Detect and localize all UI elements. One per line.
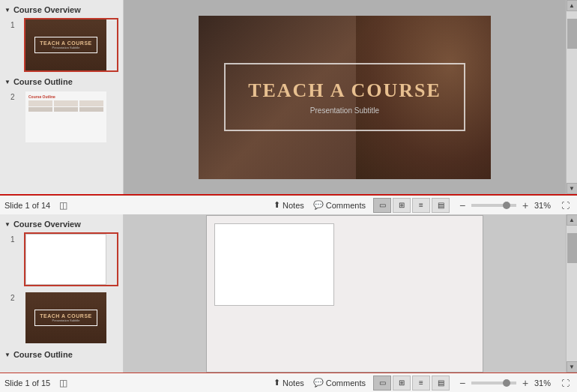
bottom-status-bar: Slide 1 of 15 ◫ ⬆ Notes 💬 Comments ▭ ⊞ ≡… [0, 373, 577, 392]
bottom-view-buttons: ▭ ⊞ ≡ ▤ [373, 376, 450, 391]
bottom-view-grid-btn[interactable]: ⊞ [393, 376, 411, 391]
top-zoom-controls: − + 31% ⛶ [456, 198, 573, 213]
top-view-normal-btn[interactable]: ▭ [373, 198, 391, 213]
bottom-slide-1-thumb [25, 234, 106, 285]
top-slide-border: TEACH A COURSE Presentation Subtitle [224, 63, 465, 131]
top-section-course-overview[interactable]: ▼ Course Overview [0, 3, 123, 16]
bottom-scroll-thumb[interactable] [567, 233, 577, 263]
bottom-section-course-outline[interactable]: ▼ Course Outline [0, 348, 123, 361]
bottom-zoom-pct: 31% [534, 379, 555, 388]
bottom-main-area: Subtitle Text, To insert, control alt G … [124, 214, 566, 373]
top-thumb-outline-row1 [28, 100, 103, 106]
bottom-section-outline-label: Course Outline [13, 350, 73, 359]
top-slide-1-number: 1 [10, 21, 21, 29]
bottom-zoom-plus-btn[interactable]: + [519, 377, 532, 389]
top-thumb-box6 [79, 107, 103, 112]
top-comments-icon: 💬 [313, 200, 324, 210]
top-view-reading-btn[interactable]: ▤ [432, 198, 450, 213]
bottom-thumb-teach-sub: Presentation Subtitle [40, 319, 91, 322]
bottom-slide-2-thumb: TEACH A COURSE Presentation Subtitle [25, 292, 106, 343]
bottom-notes-button[interactable]: ⬆ Notes [269, 376, 309, 389]
bottom-triangle-icon: ▼ [4, 221, 10, 228]
top-thumb-teach-title: TEACH A COURSE [40, 40, 91, 46]
top-view-grid-btn[interactable]: ⊞ [393, 198, 411, 213]
top-slide-subtitle: Presentation Subtitle [248, 106, 441, 115]
bottom-view-outline-btn[interactable]: ≡ [412, 376, 430, 391]
top-thumb-teach-inner: TEACH A COURSE Presentation Subtitle [34, 37, 97, 53]
bottom-slide-2-thumb-wrapper: TEACH A COURSE Presentation Subtitle [24, 291, 118, 345]
bottom-slide-2-number: 2 [10, 294, 21, 302]
top-section-course-outline[interactable]: ▼ Course Outline [0, 75, 123, 88]
top-comments-label: Comments [326, 201, 366, 210]
top-slide-2-number: 2 [10, 93, 21, 101]
top-fit-btn[interactable]: ⛶ [558, 198, 573, 213]
bottom-thumb-teach-inner: TEACH A COURSE Presentation Subtitle [34, 310, 97, 326]
top-thumb-outline-row2 [28, 107, 103, 112]
top-thumb-teach-bg: TEACH A COURSE Presentation Subtitle [25, 19, 106, 70]
top-zoom-minus-btn[interactable]: − [456, 199, 469, 211]
top-thumb-box2 [54, 100, 78, 106]
bottom-right-scrollbar[interactable]: ▲ ▼ [566, 214, 577, 373]
bottom-scroll-up-btn[interactable]: ▲ [567, 214, 578, 226]
top-sidebar-scroll[interactable]: ▼ Course Overview 1 TEACH A COURSE Prese… [0, 0, 123, 194]
triangle-icon: ▼ [4, 7, 10, 13]
bottom-comments-button[interactable]: 💬 Comments [309, 376, 370, 389]
top-zoom-pct: 31% [534, 201, 555, 210]
top-thumb-box3 [79, 100, 103, 106]
top-slide-1-thumb: TEACH A COURSE Presentation Subtitle [25, 19, 106, 70]
bottom-section-course-overview[interactable]: ▼ Course Overview [0, 217, 123, 231]
bottom-scroll-track[interactable] [567, 226, 577, 361]
bottom-zoom-minus-btn[interactable]: − [456, 377, 469, 389]
top-pane: ▼ Course Overview 1 TEACH A COURSE Prese… [0, 0, 577, 195]
bottom-slide-1-number: 1 [10, 235, 21, 244]
top-zoom-slider-thumb[interactable] [503, 202, 510, 209]
top-slide-1[interactable]: 1 TEACH A COURSE Presentation Subtitle [0, 16, 123, 75]
top-notes-button[interactable]: ⬆ Notes [269, 199, 309, 211]
bottom-slide-inner [207, 216, 483, 372]
bottom-zoom-controls: − + 31% ⛶ [456, 376, 573, 391]
triangle-icon-2: ▼ [4, 79, 10, 85]
top-comments-button[interactable]: 💬 Comments [309, 199, 370, 211]
top-zoom-plus-btn[interactable]: + [519, 199, 532, 211]
top-scroll-track[interactable] [567, 11, 577, 183]
top-thumb-teach-sub: Presentation Subtitle [40, 46, 91, 49]
top-slide-2[interactable]: 2 Course Outline [0, 88, 123, 147]
top-section-outline-label: Course Outline [13, 77, 73, 86]
bottom-slide-1-thumb-wrapper [24, 232, 118, 286]
top-thumb-box1 [28, 100, 52, 106]
bottom-zoom-slider-thumb[interactable] [503, 379, 510, 387]
bottom-zoom-slider[interactable] [471, 382, 516, 385]
bottom-sidebar-scroll[interactable]: ▼ Course Overview 1 2 TEACH A [0, 214, 123, 373]
top-scroll-thumb[interactable] [567, 19, 577, 49]
top-slide-info: Slide 1 of 14 [4, 201, 50, 210]
top-scroll-up-btn[interactable]: ▲ [567, 0, 578, 11]
bottom-view-reading-btn[interactable]: ▤ [432, 376, 450, 391]
top-status-icon-btn[interactable]: ◫ [55, 197, 71, 214]
top-zoom-slider[interactable] [471, 204, 516, 207]
bottom-thumb-teach-title: TEACH A COURSE [40, 313, 91, 319]
top-slide-2-thumb-wrapper: Course Outline [24, 90, 118, 144]
bottom-thumb-teach-bg: TEACH A COURSE Presentation Subtitle [25, 292, 106, 343]
top-view-outline-btn[interactable]: ≡ [412, 198, 430, 213]
bottom-view-normal-btn[interactable]: ▭ [373, 376, 391, 391]
bottom-pane: ▼ Course Overview 1 2 TEACH A [0, 214, 577, 373]
bottom-fit-btn[interactable]: ⛶ [558, 376, 573, 391]
bottom-slide-1[interactable]: 1 [0, 231, 123, 289]
bottom-slide-info: Slide 1 of 15 [4, 379, 50, 388]
top-slide-canvas[interactable]: TEACH A COURSE Presentation Subtitle [199, 16, 491, 179]
top-right-scrollbar[interactable]: ▲ ▼ [566, 0, 577, 194]
bottom-slide-2[interactable]: 2 TEACH A COURSE Presentation Subtitle [0, 289, 123, 348]
bottom-status-icon-btn[interactable]: ◫ [55, 375, 71, 391]
top-status-bar: Slide 1 of 14 ◫ ⬆ Notes 💬 Comments ▭ ⊞ ≡… [0, 195, 577, 214]
bottom-slide-canvas[interactable]: Subtitle Text, To insert, control alt G … [206, 215, 483, 373]
top-scroll-down-btn[interactable]: ▼ [567, 183, 578, 194]
top-notes-icon: ⬆ [274, 200, 280, 210]
bottom-slide-wrapper: Subtitle Text, To insert, control alt G … [206, 215, 483, 373]
top-notes-label: Notes [283, 201, 304, 210]
bottom-scroll-down-btn[interactable]: ▼ [567, 361, 578, 373]
top-slide-content: TEACH A COURSE Presentation Subtitle [224, 63, 465, 131]
bottom-sidebar: ▼ Course Overview 1 2 TEACH A [0, 214, 124, 373]
top-thumb-box5 [54, 107, 78, 112]
top-thumb-outline: Course Outline [25, 91, 106, 142]
bottom-triangle-icon-2: ▼ [4, 352, 10, 358]
